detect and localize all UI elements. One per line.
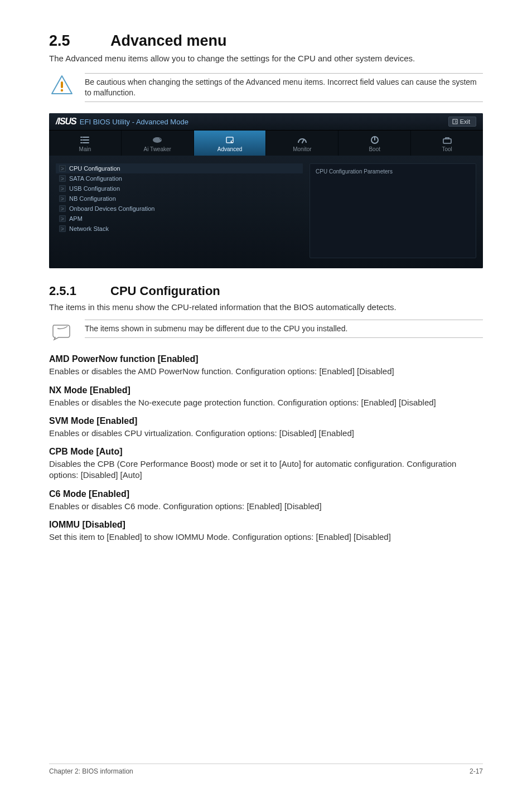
chevron-right-icon: > [59, 185, 66, 192]
tab-tool-label: Tool [411, 146, 483, 152]
intro-text: The Advanced menu items allow you to cha… [49, 53, 483, 64]
note-text: The items shown in submenu may be differ… [85, 320, 483, 338]
bios-logo-text: EFI BIOS Utility - Advanced Mode [80, 118, 188, 126]
menu-item-label: Onboard Devices Configuration [69, 205, 154, 212]
menu-item-label: SATA Configuration [69, 175, 122, 182]
chevron-right-icon: > [59, 195, 66, 202]
subsection-heading: 2.5.1CPU Configuration [49, 284, 483, 298]
svg-point-1 [61, 89, 63, 91]
bios-screenshot: /ISUS EFI BIOS Utility - Advanced Mode E… [49, 113, 483, 268]
exit-label: Exit [460, 118, 470, 125]
note-icon [49, 320, 75, 343]
page-footer: Chapter 2: BIOS information 2-17 [49, 764, 483, 775]
power-icon [338, 135, 410, 145]
menu-item-label: APM [69, 215, 83, 222]
chevron-right-icon: > [59, 205, 66, 212]
footer-left: Chapter 2: BIOS information [49, 767, 133, 775]
tab-ai-tweaker-label: Ai Tweaker [122, 146, 194, 152]
bios-logo: /ISUS EFI BIOS Utility - Advanced Mode [56, 117, 188, 127]
caution-text: Be cautious when changing the settings o… [85, 73, 483, 102]
tab-advanced-label: Advanced [194, 146, 266, 152]
menu-item-nb-configuration[interactable]: > NB Configuration [56, 194, 303, 204]
option-body: Set this item to [Enabled] to show IOMMU… [49, 532, 483, 543]
svg-rect-2 [453, 119, 457, 124]
bios-body: > CPU Configuration > SATA Configuration… [49, 156, 483, 268]
list-icon [49, 135, 121, 145]
svg-point-3 [153, 137, 162, 143]
menu-item-label: CPU Configuration [69, 165, 120, 172]
tab-tool[interactable]: Tool [411, 131, 483, 156]
tab-main[interactable]: Main [49, 131, 122, 156]
option-body: Enables or disables C6 mode. Configurati… [49, 501, 483, 512]
menu-item-onboard-devices[interactable]: > Onboard Devices Configuration [56, 204, 303, 214]
note-callout: The items shown in submenu may be differ… [49, 320, 483, 343]
menu-item-network-stack[interactable]: > Network Stack [56, 224, 303, 234]
gauge-icon [266, 135, 338, 145]
help-panel-text: CPU Configuration Parameters [316, 168, 393, 175]
option-heading: SVM Mode [Enabled] [49, 416, 483, 426]
option-heading: IOMMU [Disabled] [49, 520, 483, 530]
caution-callout: Be cautious when changing the settings o… [49, 73, 483, 102]
chevron-right-icon: > [59, 165, 66, 172]
option-body: Enables or disables the AMD PowerNow fun… [49, 366, 483, 377]
svg-rect-7 [443, 139, 451, 143]
tab-advanced[interactable]: Advanced [194, 131, 267, 156]
tab-main-label: Main [49, 146, 121, 152]
menu-item-cpu-configuration[interactable]: > CPU Configuration [56, 163, 303, 173]
menu-item-label: Network Stack [69, 225, 109, 232]
exit-icon [452, 119, 458, 124]
bios-menu-list: > CPU Configuration > SATA Configuration… [56, 163, 303, 258]
chip-icon [194, 135, 266, 145]
bios-logo-mark: /ISUS [56, 117, 76, 127]
caution-icon [49, 73, 75, 96]
subsection-number: 2.5.1 [49, 284, 110, 298]
menu-item-usb-configuration[interactable]: > USB Configuration [56, 183, 303, 194]
subsection-intro: The items in this menu show the CPU-rela… [49, 302, 483, 313]
option-body: Disables the CPB (Core Performance Boost… [49, 458, 483, 481]
tab-monitor-label: Monitor [266, 146, 338, 152]
section-title-text: Advanced menu [110, 32, 227, 49]
option-body: Enables or disables the No-execute page … [49, 397, 483, 408]
section-number: 2.5 [49, 32, 110, 50]
sliders-icon [122, 135, 194, 145]
chevron-right-icon: > [59, 215, 66, 222]
option-heading: C6 Mode [Enabled] [49, 489, 483, 499]
option-heading: NX Mode [Enabled] [49, 385, 483, 395]
svg-rect-0 [61, 81, 63, 88]
option-body: Enables or disables CPU virtualization. … [49, 428, 483, 439]
menu-item-label: NB Configuration [69, 195, 116, 202]
bios-tabs: Main Ai Tweaker Advanced Monitor [49, 131, 483, 156]
exit-button[interactable]: Exit [448, 117, 476, 127]
menu-item-sata-configuration[interactable]: > SATA Configuration [56, 173, 303, 183]
menu-item-apm[interactable]: > APM [56, 214, 303, 224]
option-heading: CPB Mode [Auto] [49, 447, 483, 457]
tab-ai-tweaker[interactable]: Ai Tweaker [122, 131, 194, 156]
bios-help-panel: CPU Configuration Parameters [309, 163, 476, 258]
toolbox-icon [411, 135, 483, 145]
page: 2.5Advanced menu The Advanced menu items… [0, 0, 532, 802]
bios-header: /ISUS EFI BIOS Utility - Advanced Mode E… [49, 113, 483, 131]
subsection-title-text: CPU Configuration [110, 284, 220, 298]
option-heading: AMD PowerNow function [Enabled] [49, 354, 483, 364]
tab-boot[interactable]: Boot [338, 131, 411, 156]
tab-boot-label: Boot [338, 146, 410, 152]
footer-right: 2-17 [470, 767, 483, 775]
tab-monitor[interactable]: Monitor [266, 131, 338, 156]
section-heading: 2.5Advanced menu [49, 32, 483, 50]
chevron-right-icon: > [59, 225, 66, 232]
chevron-right-icon: > [59, 175, 66, 182]
menu-item-label: USB Configuration [69, 185, 120, 192]
